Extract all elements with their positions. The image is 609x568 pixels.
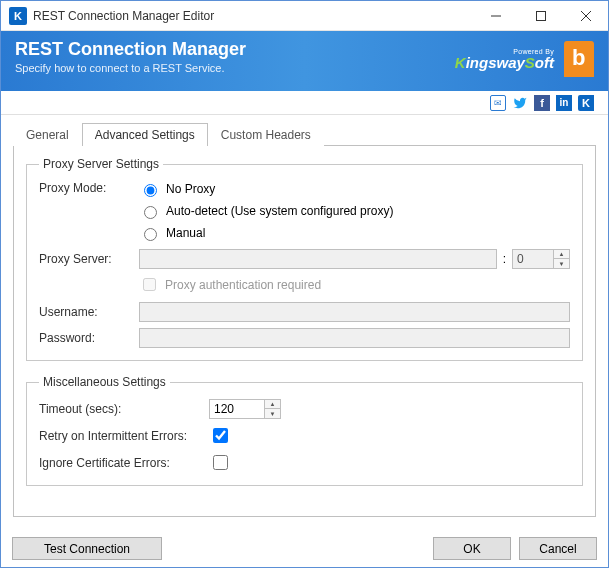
proxy-port-up-icon[interactable]: ▲ xyxy=(554,250,569,259)
proxy-mode-label: Proxy Mode: xyxy=(39,181,139,195)
proxy-mode-no-proxy[interactable]: No Proxy xyxy=(139,181,393,197)
tab-panel-advanced: Proxy Server Settings Proxy Mode: No Pro… xyxy=(13,145,596,517)
window-title: REST Connection Manager Editor xyxy=(33,9,473,23)
username-label: Username: xyxy=(39,305,139,319)
proxy-auth-required-row[interactable]: Proxy authentication required xyxy=(139,275,570,294)
timeout-label: Timeout (secs): xyxy=(39,402,209,416)
retry-checkbox[interactable] xyxy=(213,428,228,443)
minimize-button[interactable] xyxy=(473,1,518,30)
content-area: General Advanced Settings Custom Headers… xyxy=(1,115,608,517)
tab-advanced-settings[interactable]: Advanced Settings xyxy=(82,123,208,146)
proxy-settings-group: Proxy Server Settings Proxy Mode: No Pro… xyxy=(26,157,583,361)
app-logo-icon: K xyxy=(9,7,27,25)
password-label: Password: xyxy=(39,331,139,345)
close-button[interactable] xyxy=(563,1,608,30)
svg-rect-1 xyxy=(536,11,545,20)
twitter-icon[interactable] xyxy=(512,95,528,111)
maximize-button[interactable] xyxy=(518,1,563,30)
proxy-mode-no-proxy-label: No Proxy xyxy=(166,182,215,196)
product-b-icon xyxy=(564,41,594,77)
brand-area: Powered By KingswaySoft xyxy=(455,41,594,77)
proxy-mode-manual-radio[interactable] xyxy=(144,228,157,241)
retry-label: Retry on Intermittent Errors: xyxy=(39,429,209,443)
facebook-icon[interactable]: f xyxy=(534,95,550,111)
password-input[interactable] xyxy=(139,328,570,348)
proxy-mode-manual-label: Manual xyxy=(166,226,205,240)
proxy-auth-required-label: Proxy authentication required xyxy=(165,278,321,292)
linkedin-icon[interactable]: in xyxy=(556,95,572,111)
header-banner: REST Connection Manager Specify how to c… xyxy=(1,31,608,91)
test-connection-button[interactable]: Test Connection xyxy=(12,537,162,560)
kingswaysoft-logo: Powered By KingswaySoft xyxy=(455,48,554,70)
kingsway-icon[interactable]: K xyxy=(578,95,594,111)
timeout-stepper[interactable]: ▲ ▼ xyxy=(209,399,281,419)
proxy-server-input[interactable] xyxy=(139,249,497,269)
footer-bar: Test Connection OK Cancel xyxy=(12,537,597,560)
proxy-mode-auto-radio[interactable] xyxy=(144,206,157,219)
proxy-port-down-icon[interactable]: ▼ xyxy=(554,259,569,268)
misc-settings-group: Miscellaneous Settings Timeout (secs): ▲… xyxy=(26,375,583,486)
proxy-mode-auto-label: Auto-detect (Use system configured proxy… xyxy=(166,204,393,218)
tab-general[interactable]: General xyxy=(13,123,82,146)
username-input[interactable] xyxy=(139,302,570,322)
timeout-up-icon[interactable]: ▲ xyxy=(265,400,280,409)
titlebar: K REST Connection Manager Editor xyxy=(1,1,608,31)
proxy-server-label: Proxy Server: xyxy=(39,252,139,266)
cancel-button[interactable]: Cancel xyxy=(519,537,597,560)
ok-button[interactable]: OK xyxy=(433,537,511,560)
proxy-mode-manual[interactable]: Manual xyxy=(139,225,393,241)
ignore-cert-label: Ignore Certificate Errors: xyxy=(39,456,209,470)
proxy-port-separator: : xyxy=(503,252,506,266)
timeout-input[interactable] xyxy=(210,400,264,418)
proxy-mode-no-proxy-radio[interactable] xyxy=(144,184,157,197)
tab-custom-headers[interactable]: Custom Headers xyxy=(208,123,324,146)
proxy-port-input[interactable] xyxy=(513,250,553,268)
proxy-mode-auto[interactable]: Auto-detect (Use system configured proxy… xyxy=(139,203,393,219)
misc-legend: Miscellaneous Settings xyxy=(39,375,170,389)
social-row: ✉ f in K xyxy=(1,91,608,115)
ignore-cert-checkbox[interactable] xyxy=(213,455,228,470)
proxy-port-stepper[interactable]: ▲ ▼ xyxy=(512,249,570,269)
tab-bar: General Advanced Settings Custom Headers xyxy=(13,122,596,146)
mail-icon[interactable]: ✉ xyxy=(490,95,506,111)
proxy-auth-required-checkbox[interactable] xyxy=(143,278,156,291)
timeout-down-icon[interactable]: ▼ xyxy=(265,409,280,418)
proxy-legend: Proxy Server Settings xyxy=(39,157,163,171)
